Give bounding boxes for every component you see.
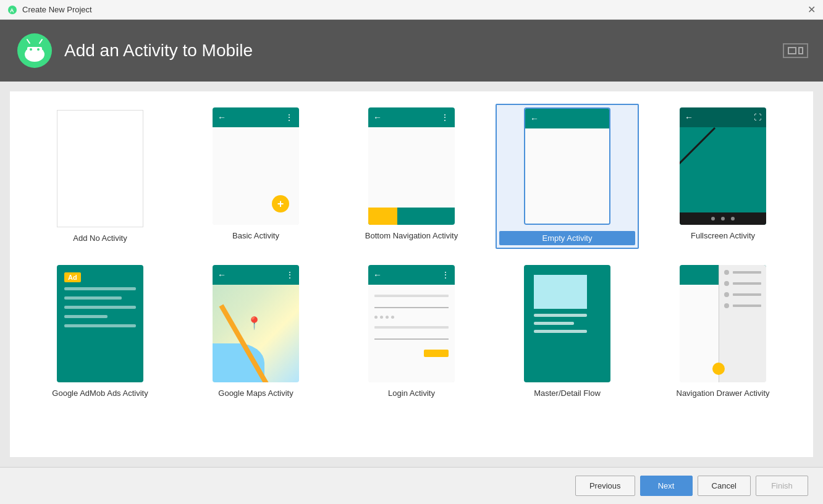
fullscreen-toolbar: ← ⛶ bbox=[680, 107, 766, 127]
card-bottom-nav-activity[interactable]: ← ⋮ Bottom Navigation Activity bbox=[340, 104, 483, 249]
card-label-admob: Google AdMob Ads Activity bbox=[52, 388, 148, 398]
fullscreen-preview: ← ⛶ bbox=[680, 107, 766, 225]
drawer-item-2 bbox=[724, 281, 761, 286]
basic-body: + bbox=[213, 127, 299, 225]
svg-rect-4 bbox=[27, 47, 42, 58]
activity-grid-container: Add No Activity ← ⋮ + Basic Activity bbox=[10, 91, 813, 457]
drawer-dot-1 bbox=[724, 270, 729, 275]
login-mockup: ← ⋮ bbox=[368, 265, 455, 382]
expand-icon: ⛶ bbox=[754, 113, 761, 122]
maps-mockup: ← ⋮ 📍 bbox=[213, 265, 299, 382]
login-preview: ← ⋮ bbox=[368, 265, 455, 382]
bottom-nav-body bbox=[368, 127, 455, 225]
ad-line-2 bbox=[64, 296, 122, 300]
login-dot-1 bbox=[374, 316, 378, 319]
card-login-activity[interactable]: ← ⋮ bbox=[340, 261, 483, 401]
detail-line-3 bbox=[534, 330, 587, 333]
basic-toolbar: ← ⋮ bbox=[213, 107, 299, 127]
bottom-nav-preview: ← ⋮ bbox=[368, 107, 455, 225]
card-maps-activity[interactable]: ← ⋮ 📍 Google Maps Activity bbox=[184, 261, 327, 401]
ad-line-1 bbox=[64, 287, 136, 290]
drawer-line-3 bbox=[733, 293, 761, 296]
fullscreen-diagonal bbox=[680, 127, 766, 225]
card-label-masterdetail: Master/Detail Flow bbox=[534, 388, 601, 398]
card-label-fullscreen: Fullscreen Activity bbox=[691, 231, 755, 240]
card-admob-activity[interactable]: Ad Google AdMob Ads Activity bbox=[28, 261, 172, 401]
fullscreen-bottom-bar bbox=[680, 212, 766, 225]
main-content: Add No Activity ← ⋮ + Basic Activity bbox=[0, 82, 823, 467]
svg-text:A: A bbox=[10, 7, 14, 14]
next-button[interactable]: Next bbox=[640, 476, 693, 496]
back-arrow-icon: ← bbox=[373, 270, 382, 280]
svg-point-6 bbox=[37, 48, 40, 51]
toggle-small-icon bbox=[798, 47, 803, 54]
card-label-empty: Empty Activity bbox=[499, 231, 635, 245]
header-left: Add an Activity to Mobile bbox=[15, 31, 253, 70]
view-toggle-button[interactable] bbox=[783, 43, 808, 58]
svg-point-5 bbox=[30, 48, 32, 51]
card-basic-activity[interactable]: ← ⋮ + Basic Activity bbox=[184, 104, 327, 249]
overflow-menu-icon: ⋮ bbox=[441, 270, 450, 280]
overflow-menu-icon: ⋮ bbox=[285, 270, 294, 280]
empty-body bbox=[525, 128, 609, 224]
no-activity-preview bbox=[57, 110, 143, 227]
overflow-menu-icon: ⋮ bbox=[441, 112, 450, 122]
back-arrow-icon: ← bbox=[530, 114, 539, 124]
maps-preview: ← ⋮ 📍 bbox=[213, 265, 299, 382]
nav-item-2 bbox=[397, 208, 426, 225]
back-arrow-icon: ← bbox=[217, 270, 226, 280]
drawer-fab-icon bbox=[712, 363, 725, 375]
ad-line-3 bbox=[64, 306, 136, 309]
bottom-nav-mockup: ← ⋮ bbox=[368, 107, 455, 225]
card-label-basic: Basic Activity bbox=[232, 231, 279, 240]
admob-preview: Ad bbox=[57, 265, 143, 382]
card-fullscreen-activity[interactable]: ← ⛶ Fullscreen Activity bbox=[651, 104, 795, 249]
login-dot-2 bbox=[380, 316, 383, 319]
cancel-button[interactable]: Cancel bbox=[698, 476, 751, 496]
basic-activity-preview: ← ⋮ + bbox=[213, 107, 299, 225]
previous-button[interactable]: Previous bbox=[575, 476, 635, 496]
empty-activity-preview: ← bbox=[524, 107, 610, 225]
drawer-dot-3 bbox=[724, 292, 729, 297]
back-arrow-icon: ← bbox=[373, 112, 382, 122]
navdrawer-mockup: ⋮ bbox=[680, 265, 766, 382]
login-divider-2 bbox=[374, 338, 449, 340]
detail-line-2 bbox=[534, 322, 574, 325]
masterdetail-preview bbox=[524, 265, 610, 382]
fullscreen-mockup: ← ⛶ bbox=[680, 107, 766, 225]
card-masterdetail-activity[interactable]: Master/Detail Flow bbox=[496, 261, 639, 401]
navdrawer-preview: ⋮ bbox=[680, 265, 766, 382]
card-no-activity[interactable]: Add No Activity bbox=[28, 104, 172, 249]
bottom-nav-bar bbox=[368, 208, 455, 225]
card-label-bottom-nav: Bottom Navigation Activity bbox=[365, 231, 458, 240]
drawer-item-4 bbox=[724, 303, 761, 308]
login-btn-preview bbox=[424, 350, 449, 357]
overflow-menu-icon: ⋮ bbox=[285, 112, 294, 122]
finish-button[interactable]: Finish bbox=[756, 476, 808, 496]
dialog-header: Add an Activity to Mobile bbox=[0, 20, 823, 82]
close-button[interactable]: ✕ bbox=[808, 5, 816, 15]
basic-mockup: ← ⋮ + bbox=[213, 107, 299, 225]
drawer-item-3 bbox=[724, 292, 761, 297]
card-empty-activity[interactable]: ← Empty Activity bbox=[496, 104, 639, 249]
ad-badge: Ad bbox=[64, 272, 81, 282]
android-logo-icon bbox=[15, 31, 54, 70]
toggle-large-icon bbox=[788, 47, 796, 54]
card-label-navdrawer: Navigation Drawer Activity bbox=[677, 388, 770, 398]
bottom-nav-toolbar: ← ⋮ bbox=[368, 107, 455, 127]
title-bar-text: Create New Project bbox=[22, 5, 92, 14]
login-dot-4 bbox=[391, 316, 394, 319]
drawer-line-2 bbox=[733, 282, 761, 285]
login-field-2 bbox=[374, 326, 449, 329]
bottom-bar: Previous Next Cancel Finish bbox=[0, 467, 823, 504]
map-area: 📍 bbox=[213, 285, 299, 382]
diagonal-line bbox=[680, 127, 715, 225]
admob-mockup: Ad bbox=[57, 265, 143, 382]
nav-dot-3 bbox=[731, 217, 735, 220]
detail-line-1 bbox=[534, 314, 587, 317]
back-arrow-icon: ← bbox=[217, 112, 226, 122]
drawer-dot-4 bbox=[724, 303, 729, 308]
drawer-item-1 bbox=[724, 270, 761, 275]
card-navdrawer-activity[interactable]: ⋮ bbox=[651, 261, 795, 401]
empty-mockup: ← bbox=[525, 109, 609, 224]
